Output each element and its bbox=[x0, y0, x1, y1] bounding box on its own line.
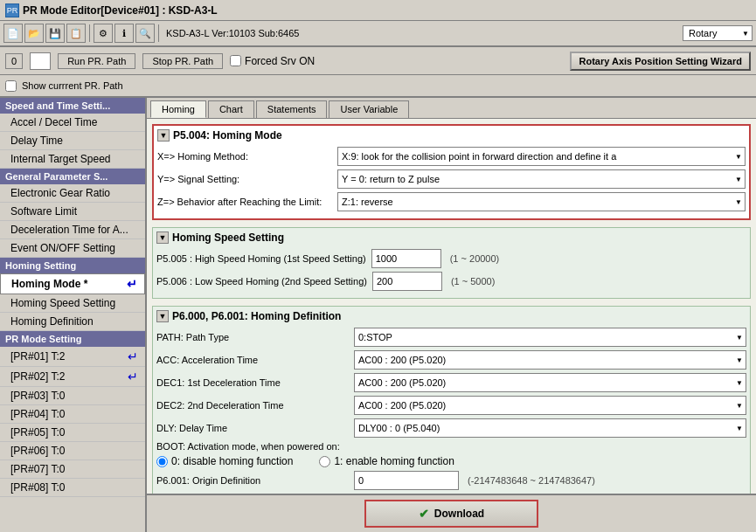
collapse-btn-homing[interactable]: ▼ bbox=[157, 129, 170, 142]
dly-row: DLY: Delay Time DLY00 : 0 (P5.040) bbox=[156, 418, 746, 438]
p5006-input[interactable] bbox=[372, 272, 442, 291]
radio0-text: 0: disable homing function bbox=[171, 455, 293, 467]
sidebar-section-speed: Speed and Time Setti... bbox=[0, 98, 145, 114]
collapse-btn-p6[interactable]: ▼ bbox=[156, 310, 169, 322]
rotary-select[interactable]: Rotary Linear bbox=[683, 25, 753, 41]
sidebar-item-gear-ratio[interactable]: Electronic Gear Ratio bbox=[0, 184, 145, 203]
boot-radio-row: 0: disable homing function 1: enable hom… bbox=[156, 455, 746, 467]
p5005-range: (1 ~ 20000) bbox=[450, 253, 500, 264]
p5006-label: P5.006 : Low Speed Homing (2nd Speed Set… bbox=[156, 276, 367, 287]
sidebar-item-pr04[interactable]: [PR#04] T:0 bbox=[0, 405, 145, 424]
homing-mode-header: ▼ P5.004: Homing Mode bbox=[157, 129, 746, 142]
toolbar-sep2 bbox=[158, 24, 159, 42]
radio0-label[interactable]: 0: disable homing function bbox=[156, 455, 293, 467]
toolbar-copy-btn[interactable]: 📋 bbox=[66, 24, 86, 43]
sidebar-item-decel-time[interactable]: Deceleration Time for A... bbox=[0, 221, 145, 239]
tabs-row: Homing Chart Statements User Variable bbox=[147, 98, 756, 119]
title-bar: PR PR Mode Editor[Device#01] : KSD-A3-L bbox=[0, 0, 756, 21]
x-homing-select[interactable]: X:9: look for the collision point in for… bbox=[337, 147, 746, 166]
sidebar-item-software-limit[interactable]: Software Limit bbox=[0, 203, 145, 221]
show-pr-label: Show currrent PR. Path bbox=[22, 80, 123, 91]
p5005-label: P5.005 : High Speed Homing (1st Speed Se… bbox=[156, 253, 366, 264]
sidebar-item-homing-speed[interactable]: Homing Speed Setting bbox=[0, 294, 145, 313]
sidebar-item-accel-decel[interactable]: Accel / Decel Time bbox=[0, 114, 145, 132]
sidebar-item-homing-mode[interactable]: Homing Mode * ↵ bbox=[0, 273, 145, 294]
dec1-select[interactable]: AC00 : 200 (P5.020) bbox=[354, 373, 746, 392]
sidebar-item-pr03[interactable]: [PR#03] T:0 bbox=[0, 387, 145, 405]
toolbar: 📄 📂 💾 📋 ⚙ ℹ 🔍 KSD-A3-L Ver:10103 Sub:646… bbox=[0, 21, 756, 47]
tab-user-variable[interactable]: User Variable bbox=[329, 100, 409, 118]
sidebar-item-pr05[interactable]: [PR#05] T:0 bbox=[0, 424, 145, 442]
sidebar-item-delay[interactable]: Delay Time bbox=[0, 132, 145, 150]
dly-label: DLY: Delay Time bbox=[156, 423, 349, 433]
stop-pr-path-btn[interactable]: Stop PR. Path bbox=[142, 53, 223, 69]
p6-title: P6.000, P6.001: Homing Definition bbox=[172, 310, 341, 322]
toolbar-open-btn[interactable]: 📂 bbox=[24, 24, 44, 43]
dly-select-wrap: DLY00 : 0 (P5.040) bbox=[354, 418, 746, 438]
path-select[interactable]: 0:STOP bbox=[354, 328, 746, 347]
homing-mode-arrow: ↵ bbox=[127, 277, 137, 291]
check-icon: ✔ bbox=[419, 507, 429, 521]
tab-chart[interactable]: Chart bbox=[208, 100, 254, 118]
radio1-input[interactable] bbox=[319, 456, 330, 467]
x-homing-row: X=> Homing Method: X:9: look for the col… bbox=[157, 147, 746, 166]
p5005-row: P5.005 : High Speed Homing (1st Speed Se… bbox=[156, 249, 746, 268]
show-pr-checkbox[interactable] bbox=[5, 80, 17, 92]
tab-statements[interactable]: Statements bbox=[256, 100, 328, 118]
forced-srv-group: Forced Srv ON bbox=[230, 55, 315, 67]
p6-header: ▼ P6.000, P6.001: Homing Definition bbox=[156, 310, 746, 322]
pr02-arrow: ↵ bbox=[128, 370, 138, 383]
path-label: PATH: Path Type bbox=[156, 332, 349, 342]
pr01-arrow: ↵ bbox=[128, 349, 138, 363]
sidebar-item-pr07[interactable]: [PR#07] T:0 bbox=[0, 460, 145, 479]
z-behavior-select-wrap: Z:1: reverse bbox=[337, 192, 746, 211]
acc-label: ACC: Acceleration Time bbox=[156, 355, 349, 365]
p5006-range: (1 ~ 5000) bbox=[451, 276, 495, 287]
toolbar-settings-btn[interactable]: ⚙ bbox=[94, 24, 113, 43]
p5006-row: P5.006 : Low Speed Homing (2nd Speed Set… bbox=[156, 272, 746, 291]
sidebar-item-pr08[interactable]: [PR#08] T:0 bbox=[0, 479, 145, 497]
sidebar-item-pr06[interactable]: [PR#06] T:0 bbox=[0, 442, 145, 460]
wizard-btn[interactable]: Rotary Axis Position Setting Wizard bbox=[570, 52, 751, 71]
download-btn-label: Download bbox=[434, 508, 484, 520]
p6001-range: (-2147483648 ~ 2147483647) bbox=[468, 475, 595, 486]
dly-select[interactable]: DLY00 : 0 (P5.040) bbox=[354, 418, 746, 438]
dec2-label: DEC2: 2nd Deceleration Time bbox=[156, 400, 349, 411]
dec1-row: DEC1: 1st Deceleration Time AC00 : 200 (… bbox=[156, 373, 746, 392]
radio1-label[interactable]: 1: enable homing function bbox=[319, 455, 454, 467]
p6001-input[interactable] bbox=[354, 471, 459, 490]
forced-srv-checkbox[interactable] bbox=[230, 55, 241, 66]
toolbar-info-btn[interactable]: ℹ bbox=[114, 24, 134, 43]
sidebar-item-internal-speed[interactable]: Internal Target Speed bbox=[0, 150, 145, 169]
sidebar-item-pr02[interactable]: [PR#02] T:2 ↵ bbox=[0, 367, 145, 387]
title-bar-text: PR Mode Editor[Device#01] : KSD-A3-L bbox=[23, 4, 218, 17]
dec2-select-wrap: AC00 : 200 (P5.020) bbox=[354, 396, 746, 415]
sidebar-item-homing-def[interactable]: Homing Definition bbox=[0, 313, 145, 331]
run-pr-path-btn[interactable]: Run PR. Path bbox=[58, 53, 135, 69]
toolbar-sep1 bbox=[89, 24, 90, 42]
toolbar-search-btn[interactable]: 🔍 bbox=[135, 24, 155, 43]
download-btn[interactable]: ✔ Download bbox=[364, 500, 538, 528]
tab-homing[interactable]: Homing bbox=[150, 100, 206, 118]
download-bar: ✔ Download bbox=[147, 494, 756, 532]
p6-section: ▼ P6.000, P6.001: Homing Definition PATH… bbox=[152, 306, 751, 494]
y-signal-label: Y=> Signal Setting: bbox=[157, 174, 332, 184]
sidebar-section-general: General Parameter S... bbox=[0, 169, 145, 184]
z-behavior-row: Z=> Behavior after Reaching the Limit: Z… bbox=[157, 192, 746, 211]
acc-select[interactable]: AC00 : 200 (P5.020) bbox=[354, 350, 746, 370]
dec2-select[interactable]: AC00 : 200 (P5.020) bbox=[354, 396, 746, 415]
rotary-select-wrap: Rotary Linear bbox=[683, 25, 753, 41]
pr-number-input[interactable] bbox=[30, 52, 51, 70]
p5005-input[interactable] bbox=[371, 249, 441, 268]
radio0-input[interactable] bbox=[156, 456, 168, 467]
toolbar-save-btn[interactable]: 💾 bbox=[45, 24, 65, 43]
collapse-btn-speed[interactable]: ▼ bbox=[156, 231, 169, 244]
y-signal-select[interactable]: Y = 0: return to Z pulse bbox=[337, 169, 746, 189]
sidebar-item-event[interactable]: Event ON/OFF Setting bbox=[0, 239, 145, 258]
acc-row: ACC: Acceleration Time AC00 : 200 (P5.02… bbox=[156, 350, 746, 370]
z-behavior-select[interactable]: Z:1: reverse bbox=[337, 192, 746, 211]
sidebar-item-pr01[interactable]: [PR#01] T:2 ↵ bbox=[0, 347, 145, 367]
toolbar-new-btn[interactable]: 📄 bbox=[3, 24, 23, 43]
sidebar: Speed and Time Setti... Accel / Decel Ti… bbox=[0, 98, 147, 532]
x-homing-select-wrap: X:9: look for the collision point in for… bbox=[337, 147, 746, 166]
